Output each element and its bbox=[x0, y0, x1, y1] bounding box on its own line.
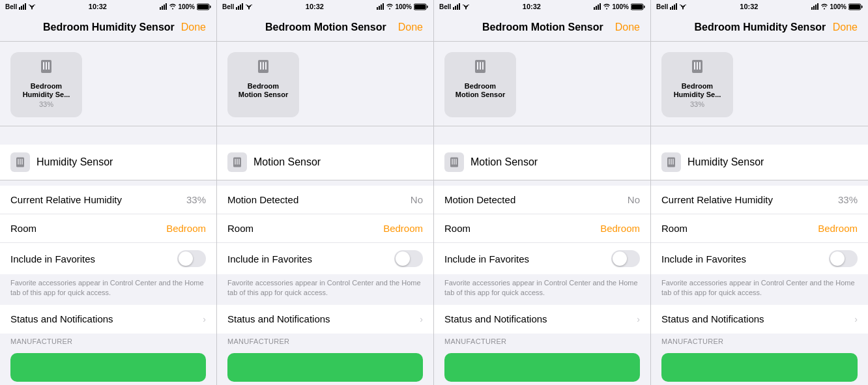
green-button-2[interactable] bbox=[227, 353, 423, 382]
manufacturer-header-2: MANUFACTURER bbox=[217, 334, 433, 348]
toggle-4-3[interactable] bbox=[829, 250, 858, 267]
carrier-label-3: Bell bbox=[439, 3, 451, 10]
row-label-1-2: Room bbox=[10, 223, 36, 234]
list-row-3-3[interactable]: Include in Favorites bbox=[434, 243, 650, 274]
notification-label-3: Status and Notifications bbox=[444, 313, 547, 324]
device-tile-2[interactable]: BedroomMotion Sensor bbox=[227, 52, 299, 117]
sensor-icon-box-4 bbox=[661, 152, 681, 172]
tile-area-1: BedroomHumidity Se... 33% bbox=[0, 42, 216, 126]
sensor-type-row-1: Humidity Sensor bbox=[0, 145, 216, 180]
done-button-1[interactable]: Done bbox=[181, 21, 206, 33]
list-row-4-3[interactable]: Include in Favorites bbox=[651, 243, 868, 274]
svg-rect-62 bbox=[456, 159, 457, 165]
done-button-2[interactable]: Done bbox=[398, 21, 423, 33]
svg-rect-7 bbox=[164, 5, 165, 10]
svg-rect-79 bbox=[699, 62, 701, 70]
svg-rect-49 bbox=[598, 5, 599, 10]
toggle-3-3[interactable] bbox=[611, 250, 640, 267]
svg-rect-26 bbox=[377, 7, 378, 10]
svg-rect-57 bbox=[480, 62, 481, 70]
notification-row-4[interactable]: Status and Notifications › bbox=[651, 305, 868, 334]
row-value-orange-4-2[interactable]: Bedroom bbox=[818, 223, 858, 234]
row-value-orange-2-2[interactable]: Bedroom bbox=[383, 223, 423, 234]
sensor-type-row-3: Motion Sensor bbox=[434, 145, 650, 180]
phone-panel-4: Bell 10:32 100% Bedroom Humidity Sensor … bbox=[651, 0, 868, 385]
signal-icon2-1 bbox=[160, 3, 167, 10]
svg-rect-64 bbox=[672, 6, 673, 10]
sensor-type-row-2: Motion Sensor bbox=[217, 145, 433, 180]
battery-icon-1 bbox=[197, 3, 211, 10]
list-row-2-3[interactable]: Include in Favorites bbox=[217, 243, 433, 274]
row-label-2-1: Motion Detected bbox=[227, 194, 298, 205]
done-button-4[interactable]: Done bbox=[833, 21, 858, 33]
svg-rect-74 bbox=[849, 5, 860, 9]
row-value-orange-3-2[interactable]: Bedroom bbox=[600, 223, 640, 234]
svg-rect-83 bbox=[673, 159, 674, 165]
tile-icon-3 bbox=[472, 59, 488, 78]
device-tile-1[interactable]: BedroomHumidity Se... 33% bbox=[10, 52, 82, 117]
svg-rect-75 bbox=[861, 5, 863, 8]
nav-title-1: Bedroom Humidity Sensor bbox=[36, 21, 181, 33]
wifi-icon-4 bbox=[680, 3, 686, 10]
sensor-type-label-4: Humidity Sensor bbox=[687, 156, 764, 168]
green-button-4[interactable] bbox=[661, 353, 858, 382]
svg-rect-39 bbox=[235, 159, 236, 165]
row-list-1: Current Relative Humidity 33% Room Bedro… bbox=[0, 186, 216, 274]
svg-rect-35 bbox=[260, 62, 261, 70]
svg-rect-56 bbox=[477, 62, 478, 70]
row-label-2-2: Room bbox=[227, 223, 253, 234]
battery-label-4: 100% bbox=[830, 3, 846, 10]
row-label-2-3: Include in Favorites bbox=[227, 253, 312, 264]
svg-rect-47 bbox=[594, 7, 595, 10]
list-row-3-1: Motion Detected No bbox=[434, 186, 650, 214]
list-row-2-2: Room Bedroom bbox=[217, 214, 433, 243]
svg-rect-0 bbox=[19, 7, 20, 10]
sensor-icon-1 bbox=[14, 156, 26, 168]
sensor-icon-box-1 bbox=[10, 152, 30, 172]
status-bar-3: Bell 10:32 100% bbox=[434, 0, 650, 13]
toggle-knob-1-3 bbox=[179, 251, 193, 266]
toggle-2-3[interactable] bbox=[394, 250, 423, 267]
tile-name-4: BedroomHumidity Se... bbox=[674, 82, 721, 99]
sensor-type-row-4: Humidity Sensor bbox=[651, 145, 868, 180]
svg-rect-33 bbox=[427, 5, 428, 8]
toggle-1-3[interactable] bbox=[177, 250, 206, 267]
list-row-1-3[interactable]: Include in Favorites bbox=[0, 243, 216, 274]
row-label-4-2: Room bbox=[661, 223, 687, 234]
device-tile-4[interactable]: BedroomHumidity Se... 33% bbox=[661, 52, 733, 117]
row-label-1-3: Include in Favorites bbox=[10, 253, 95, 264]
svg-rect-48 bbox=[596, 6, 597, 10]
svg-rect-40 bbox=[237, 159, 238, 165]
svg-point-30 bbox=[389, 8, 390, 10]
signal-icon2-4 bbox=[811, 3, 819, 10]
row-value-orange-1-2[interactable]: Bedroom bbox=[166, 223, 206, 234]
tile-name-2: BedroomMotion Sensor bbox=[239, 82, 288, 99]
notification-row-1[interactable]: Status and Notifications › bbox=[0, 305, 216, 334]
notification-row-3[interactable]: Status and Notifications › bbox=[434, 305, 650, 334]
signal-icon-4 bbox=[670, 3, 678, 10]
svg-rect-27 bbox=[379, 6, 380, 10]
done-button-3[interactable]: Done bbox=[615, 21, 640, 33]
status-left-2: Bell bbox=[222, 3, 252, 10]
green-button-3[interactable] bbox=[444, 353, 640, 382]
svg-point-4 bbox=[31, 8, 33, 10]
nav-bar-1: Bedroom Humidity Sensor Done bbox=[0, 13, 216, 42]
row-value-1-1: 33% bbox=[186, 194, 206, 205]
status-right-4: 100% bbox=[811, 3, 863, 10]
device-tile-3[interactable]: BedroomMotion Sensor bbox=[444, 52, 516, 117]
svg-rect-16 bbox=[48, 62, 50, 70]
battery-icon-4 bbox=[848, 3, 863, 10]
status-right-3: 100% bbox=[594, 3, 645, 10]
battery-icon-2 bbox=[414, 3, 428, 10]
notification-label-1: Status and Notifications bbox=[10, 313, 113, 324]
svg-rect-44 bbox=[457, 5, 458, 10]
notification-row-2[interactable]: Status and Notifications › bbox=[217, 305, 433, 334]
status-left-4: Bell bbox=[656, 3, 686, 10]
nav-title-2: Bedroom Motion Sensor bbox=[253, 21, 398, 33]
svg-rect-60 bbox=[452, 159, 453, 165]
green-button-1[interactable] bbox=[10, 353, 206, 382]
notification-section-3: Status and Notifications › bbox=[434, 305, 650, 334]
wifi-icon2-2 bbox=[386, 3, 393, 10]
list-row-2-1: Motion Detected No bbox=[217, 186, 433, 214]
svg-point-25 bbox=[248, 8, 250, 10]
